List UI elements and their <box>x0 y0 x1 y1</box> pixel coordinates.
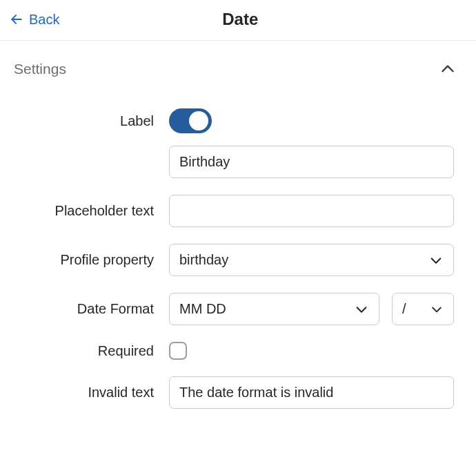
topbar: Back Date <box>0 0 476 41</box>
invalid-text-input[interactable] <box>169 376 454 409</box>
label-input[interactable] <box>169 146 454 178</box>
toggle-knob <box>189 111 208 131</box>
section-title: Settings <box>14 61 66 77</box>
date-format-value: MM DD <box>179 301 226 317</box>
row-label-toggle: Label <box>14 108 454 133</box>
chevron-up-icon <box>439 60 457 78</box>
date-separator-select[interactable]: / <box>392 293 454 325</box>
profile-property-caption: Profile property <box>14 252 169 268</box>
row-label-input <box>14 146 454 178</box>
chevron-down-icon <box>354 302 369 317</box>
page-title: Date <box>18 10 462 29</box>
date-format-select[interactable]: MM DD <box>169 293 379 325</box>
chevron-down-icon <box>428 253 444 268</box>
profile-property-select[interactable]: birthday <box>169 244 454 276</box>
required-checkbox[interactable] <box>169 342 187 360</box>
profile-property-value: birthday <box>179 252 228 268</box>
placeholder-caption: Placeholder text <box>14 203 169 219</box>
row-required: Required <box>14 342 454 360</box>
required-caption: Required <box>14 343 169 359</box>
settings-form: Label Placeholder text Profile property … <box>0 82 476 435</box>
label-toggle[interactable] <box>169 108 212 133</box>
row-invalid-text: Invalid text <box>14 376 454 409</box>
chevron-down-icon <box>430 302 444 316</box>
date-separator-value: / <box>402 301 406 317</box>
placeholder-input[interactable] <box>169 195 454 227</box>
invalid-text-caption: Invalid text <box>14 385 169 401</box>
row-profile-property: Profile property birthday <box>14 244 454 276</box>
row-date-format: Date Format MM DD / <box>14 293 454 325</box>
row-placeholder: Placeholder text <box>14 195 454 227</box>
date-format-caption: Date Format <box>14 301 169 317</box>
label-caption: Label <box>14 113 169 129</box>
section-header[interactable]: Settings <box>0 41 476 82</box>
